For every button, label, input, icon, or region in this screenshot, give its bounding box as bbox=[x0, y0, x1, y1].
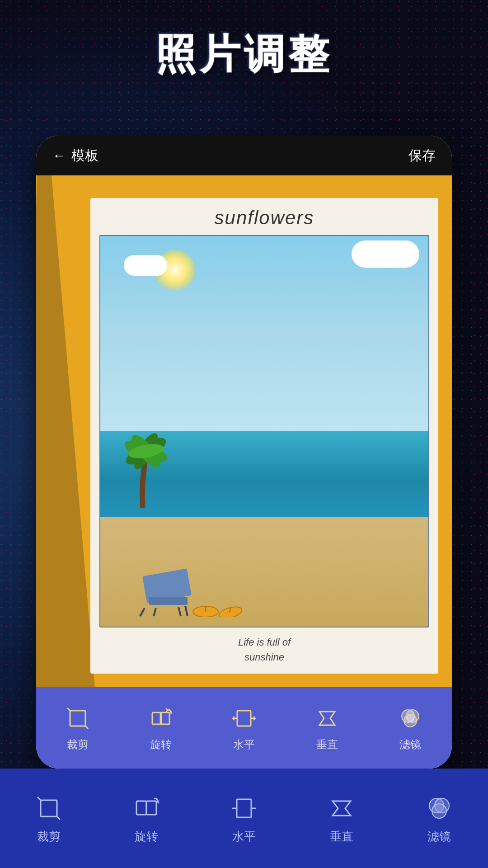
topbar-left[interactable]: ← 模板 bbox=[52, 146, 99, 165]
toolbar-item-filter[interactable]: 滤镜 bbox=[396, 704, 425, 752]
bottom-nav: 裁剪 旋转 水平 垂直 滤镜 bbox=[0, 769, 488, 868]
nav-crop-label: 裁剪 bbox=[37, 829, 61, 844]
svg-line-9 bbox=[154, 608, 156, 616]
svg-point-38 bbox=[432, 804, 446, 818]
nav-item-rotate[interactable]: 旋转 bbox=[131, 788, 162, 849]
toolbar-crop-label: 裁剪 bbox=[67, 737, 89, 752]
palm-tree bbox=[117, 426, 171, 509]
rotate-icon bbox=[146, 704, 175, 733]
phone-content: sunflowers bbox=[36, 175, 452, 687]
svg-point-27 bbox=[404, 714, 417, 727]
card-caption: Life is full of sunshine bbox=[238, 635, 291, 665]
nav-vertical-label: 垂直 bbox=[330, 829, 353, 844]
svg-line-8 bbox=[185, 606, 188, 616]
svg-line-30 bbox=[57, 816, 60, 820]
nav-item-horizontal[interactable]: 水平 bbox=[228, 788, 260, 849]
svg-rect-33 bbox=[237, 799, 251, 817]
nav-rotate-icon bbox=[131, 793, 162, 824]
toolbar-item-rotate[interactable]: 旋转 bbox=[146, 704, 175, 752]
svg-line-16 bbox=[230, 608, 230, 613]
toolbar-item-horizontal[interactable]: 水平 bbox=[230, 704, 258, 752]
toolbar-vertical-label: 垂直 bbox=[316, 737, 338, 752]
phone-mockup: ← 模板 保存 sunflowers bbox=[36, 136, 452, 769]
page-title: 照片调整 bbox=[0, 27, 488, 82]
svg-line-18 bbox=[67, 708, 70, 711]
nav-item-vertical[interactable]: 垂直 bbox=[326, 788, 357, 849]
svg-line-19 bbox=[85, 726, 88, 729]
card-heading: sunflowers bbox=[215, 207, 314, 229]
phone-toolbar: 裁剪 旋转 水平 垂直 滤镜 bbox=[36, 687, 452, 769]
toolbar-item-vertical[interactable]: 垂直 bbox=[313, 704, 342, 752]
nav-filter-label: 滤镜 bbox=[427, 829, 451, 844]
svg-line-10 bbox=[178, 607, 181, 616]
phone-topbar: ← 模板 保存 bbox=[36, 136, 452, 175]
svg-line-7 bbox=[140, 608, 145, 616]
nav-horizontal-icon bbox=[228, 793, 260, 824]
topbar-title: 模板 bbox=[71, 146, 99, 165]
vertical-icon bbox=[313, 704, 342, 733]
svg-rect-22 bbox=[237, 711, 251, 726]
photo-card: sunflowers bbox=[90, 198, 438, 674]
crop-icon bbox=[63, 704, 92, 733]
svg-rect-32 bbox=[146, 801, 156, 815]
cloud-1 bbox=[356, 245, 415, 263]
nav-horizontal-label: 水平 bbox=[232, 829, 256, 844]
card-image bbox=[99, 235, 429, 627]
save-button[interactable]: 保存 bbox=[408, 146, 436, 165]
nav-rotate-label: 旋转 bbox=[135, 829, 158, 844]
cloud-2 bbox=[127, 259, 164, 272]
toolbar-horizontal-label: 水平 bbox=[233, 737, 255, 752]
toolbar-rotate-label: 旋转 bbox=[150, 737, 172, 752]
nav-crop-icon bbox=[33, 793, 65, 824]
svg-rect-31 bbox=[136, 801, 146, 815]
svg-rect-28 bbox=[41, 800, 57, 816]
beach-items bbox=[133, 558, 260, 619]
toolbar-item-crop[interactable]: 裁剪 bbox=[63, 704, 92, 752]
horizontal-icon bbox=[230, 704, 258, 733]
toolbar-filter-label: 滤镜 bbox=[399, 737, 421, 752]
nav-item-crop[interactable]: 裁剪 bbox=[33, 788, 65, 849]
filter-icon bbox=[396, 704, 425, 733]
nav-item-filter[interactable]: 滤镜 bbox=[423, 788, 455, 849]
svg-rect-17 bbox=[70, 711, 85, 726]
nav-vertical-icon bbox=[326, 793, 357, 824]
back-arrow-icon[interactable]: ← bbox=[52, 148, 66, 163]
nav-filter-icon bbox=[423, 793, 455, 824]
svg-rect-6 bbox=[149, 597, 188, 605]
svg-line-29 bbox=[38, 797, 41, 800]
